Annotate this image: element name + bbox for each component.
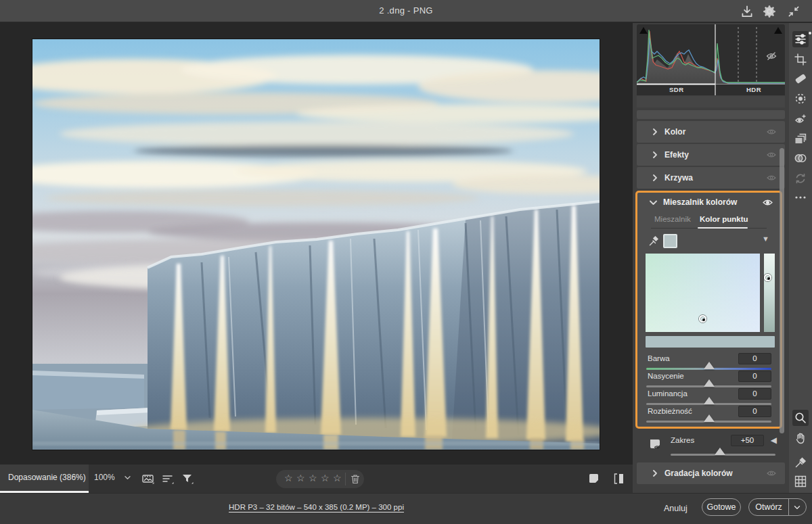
slider-luminancja: Luminancja 0 [637,389,780,406]
star-icon[interactable]: ☆ [296,473,305,483]
red-eye-tool-icon[interactable] [794,112,807,126]
crop-tool-icon[interactable] [794,53,807,66]
pill-divider [345,473,346,485]
photo-glacier-waterfalls[interactable] [32,39,600,450]
picker-selector[interactable] [699,315,706,323]
slider-thumb[interactable] [704,362,715,369]
done-button[interactable]: Gotowe [702,498,741,516]
star-icon[interactable]: ☆ [321,473,330,483]
chevron-down-icon[interactable] [794,505,800,510]
cancel-button[interactable]: Anuluj [658,500,693,517]
section-kolor[interactable]: Kolor [637,121,785,143]
section-gradacja[interactable]: Gradacja kolorów [637,462,785,484]
filmstrip-bar: Dopasowanie (386%) 100% ☆ ☆ [0,465,633,493]
eye-icon[interactable] [767,469,776,477]
slider-track[interactable] [646,368,771,370]
slider-value[interactable]: 0 [738,388,771,400]
section-krzywa[interactable]: Krzywa [637,167,785,189]
masking-tool-icon[interactable] [794,92,807,105]
star-icon[interactable]: ☆ [333,473,342,483]
sort-order-icon[interactable] [161,472,175,485]
hdr-preview-eye-off-icon[interactable] [766,51,777,61]
eye-icon[interactable] [763,198,773,207]
eye-icon[interactable] [767,151,776,159]
color-sampler-icon[interactable] [794,456,807,469]
slider-thumb[interactable] [704,414,715,422]
histogram-info-strip [637,96,785,108]
collapse-left-triangle-icon[interactable]: ◀ [771,435,777,445]
filter-icon[interactable] [181,472,194,485]
slider-value[interactable]: 0 [738,353,771,364]
filmstrip-view-icon[interactable] [141,472,155,485]
sdr-label: SDR [669,86,684,93]
color-picker-field[interactable] [646,254,760,332]
file-info-link[interactable]: HDR P3 – 32 bitów – 540 x 385 (0.2 MP) –… [0,503,633,511]
star-icon[interactable]: ☆ [309,473,317,483]
eye-icon[interactable] [767,128,776,136]
slider-track[interactable] [646,385,771,387]
slider-thumb[interactable] [704,379,715,387]
color-preview-bar [646,336,775,348]
tab-dopasowanie[interactable]: Dopasowanie (386%) [0,465,89,493]
zakres-label: Zakres [671,436,694,444]
mixer-header[interactable]: Mieszalnik kolorów [637,193,780,213]
eyedropper-icon[interactable] [648,235,659,247]
chevron-down-icon [650,200,657,206]
edit-sliders-icon[interactable] [792,31,809,47]
save-download-icon[interactable] [740,4,754,19]
section-label: Gradacja kolorów [664,469,733,478]
zoom-tool-icon[interactable] [792,410,809,426]
current-color-swatch[interactable] [663,234,677,248]
eye-icon[interactable] [767,174,776,182]
tab-label: Dopasowanie (386%) [8,473,86,482]
section-label: Krzywa [664,173,693,183]
presets-panel-icon[interactable] [794,132,807,145]
open-split-button[interactable]: Otwórz [748,498,807,516]
range-visualize-icon[interactable] [649,438,662,451]
tool-strip [789,23,812,524]
histogram[interactable]: SDR HDR [637,24,785,95]
chevron-right-icon [652,470,658,477]
profiles-icon[interactable] [794,151,807,165]
slider-label: Nasycenie [648,372,684,380]
dropdown-triangle-icon[interactable]: ▼ [762,235,769,243]
zakres-track[interactable] [671,454,775,456]
slider-rozbieznosc: Rozbieżność 0 [637,406,780,424]
more-options-icon[interactable] [794,191,807,204]
zakres-thumb[interactable] [715,448,725,455]
slider-value[interactable]: 0 [738,406,771,417]
zoom-level[interactable]: 100% [94,473,115,482]
collapse-window-icon[interactable] [786,4,801,19]
healing-tool-icon[interactable] [794,72,807,85]
zakres-value[interactable]: +50 [731,435,764,446]
edit-panel: SDR HDR Kolor Efekty [633,23,789,524]
before-after-split-icon[interactable] [612,472,626,485]
grid-overlay-icon[interactable] [794,475,807,488]
slider-thumb[interactable] [704,397,715,404]
open-button-label[interactable]: Otwórz [749,499,788,515]
panel-scrollbar[interactable] [780,148,784,433]
hand-tool-icon[interactable] [794,431,807,445]
slider-track[interactable] [646,421,771,423]
section-label: Kolor [664,127,685,137]
slider-nasycenie: Nasycenie 0 [637,371,780,389]
tab-mieszalnik[interactable]: Mieszalnik [654,215,691,223]
sync-settings-icon[interactable] [794,172,807,185]
image-canvas[interactable] [0,23,633,465]
color-mixer-panel: Mieszalnik kolorów Mieszalnik Kolor punk… [635,191,782,429]
slider-value[interactable]: 0 [738,371,771,382]
slider-label: Rozbieżność [648,407,692,415]
star-icon[interactable]: ☆ [284,473,293,483]
chevron-right-icon [652,151,658,158]
slider-track[interactable] [646,403,771,405]
section-efekty[interactable]: Efekty [637,144,785,166]
saturation-strip[interactable] [764,254,775,332]
settings-gear-icon[interactable] [762,4,777,19]
title-bar: 2 .dng - PNG [0,0,812,22]
chevron-down-icon[interactable] [125,475,131,480]
slider-label: Luminancja [648,389,687,398]
strip-selector[interactable] [764,274,771,281]
trash-icon[interactable] [351,474,360,484]
preview-toggle-icon[interactable] [587,472,601,485]
tab-kolor-punktu[interactable]: Kolor punktu [700,215,748,223]
